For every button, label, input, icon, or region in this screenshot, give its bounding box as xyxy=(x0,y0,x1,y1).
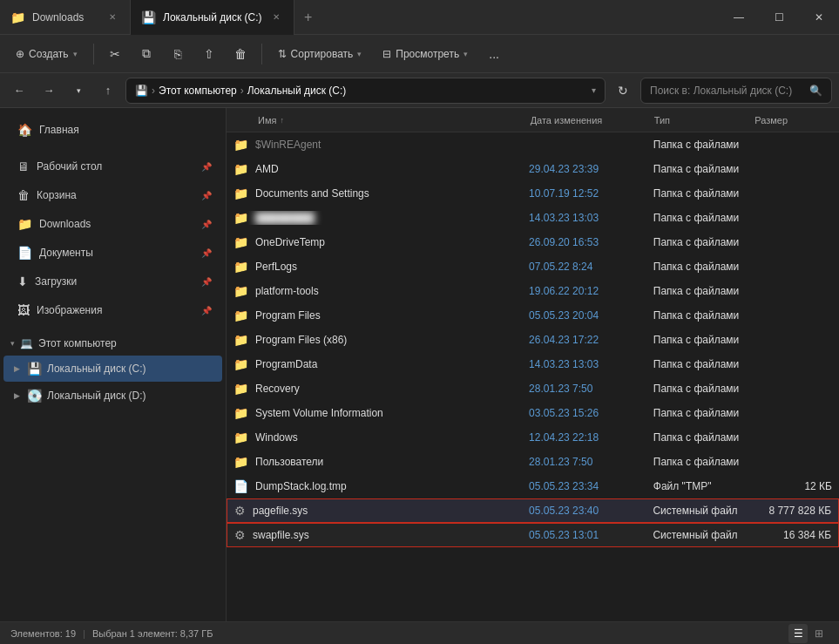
file-name: Documents and Settings xyxy=(255,187,369,200)
delete-button[interactable]: 🗑 xyxy=(227,40,254,68)
table-row[interactable]: 📁ProgramData14.03.23 13:03Папка с файлам… xyxy=(227,352,839,376)
file-date: 07.05.22 8:24 xyxy=(529,261,653,273)
sidebar-item-images[interactable]: 🖼 Изображения 📌 xyxy=(3,296,222,324)
file-icon: 📁 xyxy=(233,138,248,152)
more-icon: ... xyxy=(489,47,499,61)
pin-icon-documents: 📌 xyxy=(201,248,212,258)
cut-icon: ✂ xyxy=(110,47,120,61)
file-type: Папка с файлами xyxy=(653,358,754,370)
table-row[interactable]: 📁OneDriveTemp26.09.20 16:53Папка с файла… xyxy=(227,230,839,254)
local-d-expand-icon: ▶ xyxy=(14,391,20,400)
paste-button[interactable]: ⎘ xyxy=(164,40,192,68)
sidebar-item-trash[interactable]: 🗑 Корзина 📌 xyxy=(3,181,222,209)
create-button[interactable]: ⊕ Создать ▾ xyxy=(7,40,86,68)
content-area: Имя ↑ Дата изменения Тип Размер 📁$WinREA… xyxy=(227,108,839,621)
back-button[interactable]: ← xyxy=(7,78,31,103)
view-grid-button[interactable]: ⊞ xyxy=(809,624,829,643)
table-row[interactable]: 📁PerfLogs07.05.22 8:24Папка с файлами xyxy=(227,254,839,279)
sidebar: 🏠 Главная 🖥 Рабочий стол 📌 🗑 Корзина 📌 📁… xyxy=(0,108,227,621)
table-row[interactable]: 📁Program Files05.05.23 20:04Папка с файл… xyxy=(227,303,839,328)
file-type: Папка с файлами xyxy=(653,261,754,273)
view-list-button[interactable]: ☰ xyxy=(788,624,808,643)
file-icon: 📁 xyxy=(233,211,248,225)
file-date: 05.05.23 13:01 xyxy=(529,529,653,541)
file-type: Папка с файлами xyxy=(653,163,754,175)
share-button[interactable]: ⇧ xyxy=(195,40,223,68)
this-pc-label: Этот компьютер xyxy=(38,337,117,349)
more-button[interactable]: ... xyxy=(480,40,508,68)
status-bar: Элементов: 19 | Выбран 1 элемент: 8,37 Г… xyxy=(0,621,839,644)
col-header-name[interactable]: Имя ↑ xyxy=(233,115,531,125)
file-date: 19.06.22 20:12 xyxy=(529,285,653,297)
maximize-button[interactable]: ☐ xyxy=(759,0,799,35)
delete-icon: 🗑 xyxy=(234,47,247,61)
images-icon: 🖼 xyxy=(17,303,30,317)
sidebar-item-home[interactable]: 🏠 Главная xyxy=(3,116,222,144)
window-controls: — ☐ ✕ xyxy=(719,0,839,35)
file-icon: 📁 xyxy=(233,382,248,396)
forward-button[interactable]: → xyxy=(37,78,61,103)
path-current: Локальный диск (C:) xyxy=(247,85,347,97)
col-header-size[interactable]: Размер xyxy=(754,115,832,125)
dropdown-button[interactable]: ▾ xyxy=(66,78,91,103)
file-name: Windows xyxy=(255,431,298,444)
table-row[interactable]: 📁System Volume Information03.05.23 15:26… xyxy=(227,401,839,425)
minimize-button[interactable]: — xyxy=(719,0,759,35)
pin-icon-images: 📌 xyxy=(201,306,212,315)
table-row[interactable]: 📁Пользователи28.01.23 7:50Папка с файлам… xyxy=(227,450,839,474)
table-row[interactable]: 📁████████14.03.23 13:03Папка с файлами xyxy=(227,206,839,230)
address-path[interactable]: 💾 › Этот компьютер › Локальный диск (C:)… xyxy=(125,78,606,104)
tab-downloads-label: Downloads xyxy=(32,11,84,24)
file-date: 14.03.23 13:03 xyxy=(529,212,653,224)
sidebar-item-local-c[interactable]: ▶ 💾 Локальный диск (C:) xyxy=(3,356,222,382)
sidebar-item-documents[interactable]: 📄 Документы 📌 xyxy=(3,239,222,267)
view-list-icon: ☰ xyxy=(794,627,803,640)
table-row[interactable]: 📁Recovery28.01.23 7:50Папка с файлами xyxy=(227,376,839,401)
toolbar-sep-2 xyxy=(261,44,262,64)
table-row[interactable]: 📁platform-tools19.06.22 20:12Папка с фай… xyxy=(227,279,839,303)
file-name: ProgramData xyxy=(255,358,317,370)
table-row[interactable]: 📄DumpStack.log.tmp05.05.23 23:34Файл "TM… xyxy=(227,474,839,498)
tab-downloads-icon: 📁 xyxy=(10,10,25,24)
sidebar-item-local-d[interactable]: ▶ 💽 Локальный диск (D:) xyxy=(3,383,222,409)
file-list: 📁$WinREAgentПапка с файлами📁AMD29.04.23 … xyxy=(227,132,839,621)
sidebar-item-desktop[interactable]: 🖥 Рабочий стол 📌 xyxy=(3,153,222,180)
local-d-label: Локальный диск (D:) xyxy=(47,390,146,402)
refresh-button[interactable]: ↻ xyxy=(611,78,635,103)
file-date: 26.04.23 17:22 xyxy=(529,334,653,346)
up-button[interactable]: ↑ xyxy=(96,78,120,103)
tab-local-c[interactable]: 💾 Локальный диск (C:) ✕ xyxy=(131,0,294,35)
tab-downloads-close[interactable]: ✕ xyxy=(105,10,119,24)
table-row[interactable]: 📁Windows12.04.23 22:18Папка с файлами xyxy=(227,425,839,450)
tab-local-c-close[interactable]: ✕ xyxy=(269,10,283,24)
sort-button[interactable]: ⇅ Сортировать ▾ xyxy=(269,40,371,68)
table-row[interactable]: 📁AMD29.04.23 23:39Папка с файлами xyxy=(227,157,839,181)
table-row[interactable]: 📁$WinREAgentПапка с файлами xyxy=(227,132,839,157)
file-size: 12 КБ xyxy=(754,480,832,492)
view-button[interactable]: ⊟ Просмотреть ▾ xyxy=(374,40,477,68)
col-header-date[interactable]: Дата изменения xyxy=(531,115,654,125)
sidebar-item-downloads[interactable]: 📁 Downloads 📌 xyxy=(3,210,222,238)
file-icon: 📁 xyxy=(233,430,248,444)
tab-local-c-label: Локальный диск (C:) xyxy=(163,11,262,24)
sidebar-item-zagr[interactable]: ⬇ Загрузки 📌 xyxy=(3,268,222,295)
tab-downloads[interactable]: 📁 Downloads ✕ xyxy=(0,0,131,35)
section-this-pc[interactable]: ▾ 💻 Этот компьютер xyxy=(0,332,226,355)
table-row[interactable]: ⚙swapfile.sys05.05.23 13:01Системный фай… xyxy=(227,523,839,547)
cut-button[interactable]: ✂ xyxy=(101,40,129,68)
this-pc-expand-icon: ▾ xyxy=(10,339,15,348)
close-button[interactable]: ✕ xyxy=(799,0,839,35)
search-box[interactable]: Поиск в: Локальный диск (C:) 🔍 xyxy=(640,78,832,104)
table-row[interactable]: 📁Program Files (x86)26.04.23 17:22Папка … xyxy=(227,328,839,352)
table-row[interactable]: 📁Documents and Settings10.07.19 12:52Пап… xyxy=(227,181,839,206)
new-tab-button[interactable]: + xyxy=(294,0,322,35)
file-type: Папка с файлами xyxy=(653,383,754,395)
back-icon: ← xyxy=(14,84,25,97)
file-date: 29.04.23 23:39 xyxy=(529,163,653,175)
toolbar: ⊕ Создать ▾ ✂ ⧉ ⎘ ⇧ 🗑 ⇅ Сортировать ▾ ⊟ … xyxy=(0,35,839,73)
table-row[interactable]: ⚙pagefile.sys05.05.23 23:40Системный фай… xyxy=(227,498,839,523)
col-header-type[interactable]: Тип xyxy=(654,115,754,125)
file-name: Program Files xyxy=(255,309,321,322)
copy-button[interactable]: ⧉ xyxy=(132,40,160,68)
plus-icon: ⊕ xyxy=(16,48,24,60)
